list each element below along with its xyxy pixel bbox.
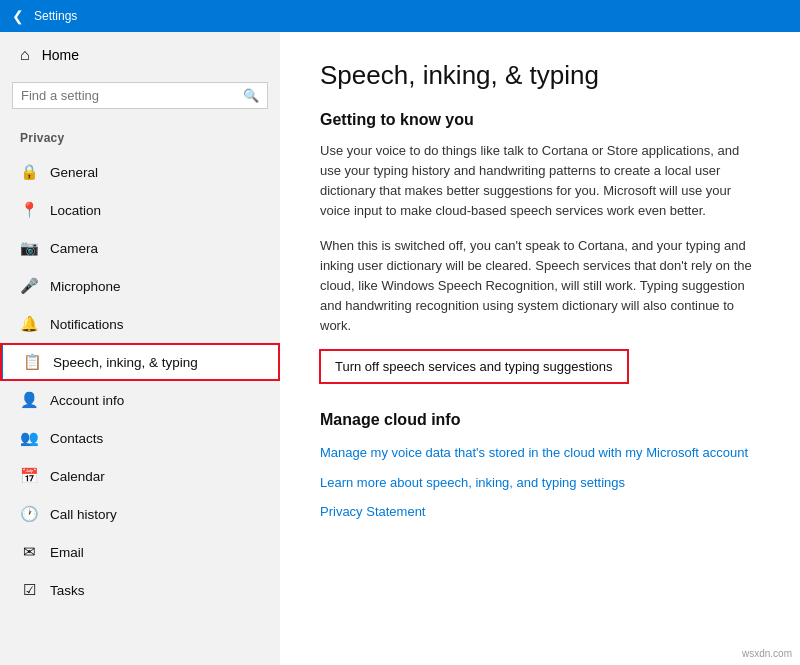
- watermark: wsxdn.com: [742, 648, 792, 659]
- main-layout: ⌂ Home 🔍 Privacy 🔒 General 📍 Location 📷 …: [0, 32, 800, 665]
- sidebar-item-microphone[interactable]: 🎤 Microphone: [0, 267, 280, 305]
- notifications-icon: 🔔: [20, 315, 38, 333]
- sidebar-item-email[interactable]: ✉ Email: [0, 533, 280, 571]
- page-title: Speech, inking, & typing: [320, 60, 760, 91]
- calendar-icon: 📅: [20, 467, 38, 485]
- sidebar-item-label: Microphone: [50, 279, 121, 294]
- general-icon: 🔒: [20, 163, 38, 181]
- sidebar-item-label: Camera: [50, 241, 98, 256]
- section1-para2: When this is switched off, you can't spe…: [320, 236, 760, 337]
- sidebar-item-label: Tasks: [50, 583, 85, 598]
- section2-title: Manage cloud info: [320, 411, 760, 429]
- sidebar-item-label: Contacts: [50, 431, 103, 446]
- sidebar-item-contacts[interactable]: 👥 Contacts: [0, 419, 280, 457]
- sidebar-item-general[interactable]: 🔒 General: [0, 153, 280, 191]
- sidebar-section-label: Privacy: [0, 125, 280, 153]
- section1-title: Getting to know you: [320, 111, 760, 129]
- link-learn-more[interactable]: Learn more about speech, inking, and typ…: [320, 473, 760, 493]
- link-manage-voice[interactable]: Manage my voice data that's stored in th…: [320, 443, 760, 463]
- contacts-icon: 👥: [20, 429, 38, 447]
- home-icon: ⌂: [20, 46, 30, 64]
- sidebar-item-label: General: [50, 165, 98, 180]
- sidebar-item-camera[interactable]: 📷 Camera: [0, 229, 280, 267]
- sidebar: ⌂ Home 🔍 Privacy 🔒 General 📍 Location 📷 …: [0, 32, 280, 665]
- tasks-icon: ☑: [20, 581, 38, 599]
- search-icon: 🔍: [243, 88, 259, 103]
- sidebar-item-speech[interactable]: 📋 Speech, inking, & typing: [0, 343, 280, 381]
- turn-off-button[interactable]: Turn off speech services and typing sugg…: [320, 350, 628, 383]
- sidebar-item-label: Calendar: [50, 469, 105, 484]
- microphone-icon: 🎤: [20, 277, 38, 295]
- email-icon: ✉: [20, 543, 38, 561]
- sidebar-item-label: Account info: [50, 393, 124, 408]
- sidebar-item-label: Speech, inking, & typing: [53, 355, 198, 370]
- search-input[interactable]: [21, 88, 243, 103]
- speech-icon: 📋: [23, 353, 41, 371]
- account-info-icon: 👤: [20, 391, 38, 409]
- sidebar-item-label: Location: [50, 203, 101, 218]
- sidebar-item-notifications[interactable]: 🔔 Notifications: [0, 305, 280, 343]
- link-privacy-statement[interactable]: Privacy Statement: [320, 502, 760, 522]
- sidebar-item-account-info[interactable]: 👤 Account info: [0, 381, 280, 419]
- sidebar-item-tasks[interactable]: ☑ Tasks: [0, 571, 280, 609]
- title-bar-title: Settings: [34, 9, 77, 23]
- sidebar-item-label: Notifications: [50, 317, 124, 332]
- sidebar-home-label: Home: [42, 47, 79, 63]
- sidebar-item-label: Email: [50, 545, 84, 560]
- title-bar: ❮ Settings: [0, 0, 800, 32]
- section1-para1: Use your voice to do things like talk to…: [320, 141, 760, 222]
- sidebar-item-location[interactable]: 📍 Location: [0, 191, 280, 229]
- sidebar-item-call-history[interactable]: 🕐 Call history: [0, 495, 280, 533]
- back-button[interactable]: ❮: [12, 8, 24, 24]
- location-icon: 📍: [20, 201, 38, 219]
- sidebar-item-home[interactable]: ⌂ Home: [0, 32, 280, 78]
- search-box: 🔍: [12, 82, 268, 109]
- call-history-icon: 🕐: [20, 505, 38, 523]
- camera-icon: 📷: [20, 239, 38, 257]
- content-area: Speech, inking, & typing Getting to know…: [280, 32, 800, 665]
- sidebar-item-calendar[interactable]: 📅 Calendar: [0, 457, 280, 495]
- sidebar-item-label: Call history: [50, 507, 117, 522]
